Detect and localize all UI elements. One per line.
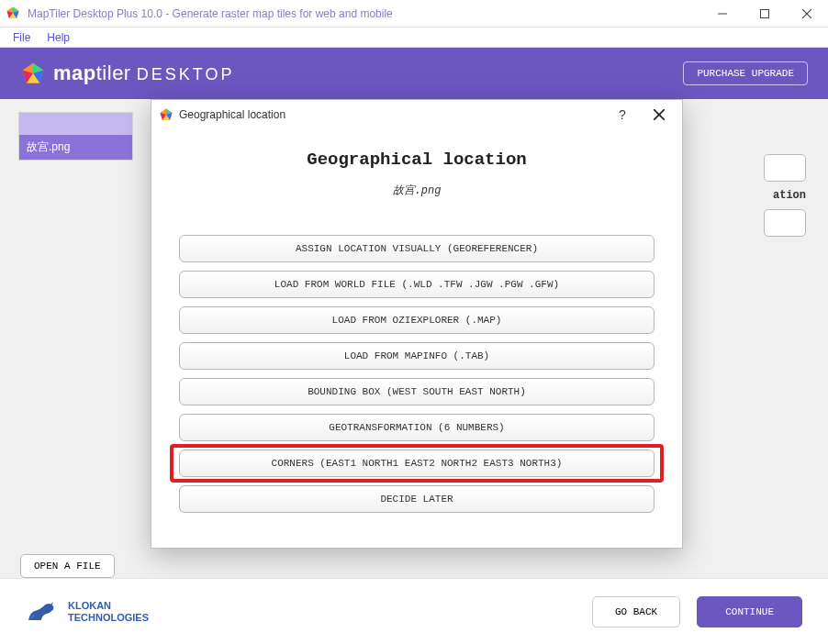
svg-rect-6 — [761, 9, 769, 17]
dialog-help-button[interactable]: ? — [607, 102, 638, 128]
continue-button[interactable]: CONTINUE — [697, 596, 802, 627]
dialog-filename: 故宫.png — [179, 183, 655, 198]
go-back-button[interactable]: GO BACK — [592, 596, 680, 627]
option-bounding-box[interactable]: BOUNDING BOX (WEST SOUTH EAST NORTH) — [179, 378, 655, 405]
window-controls — [701, 0, 828, 28]
hidden-button-fragment[interactable] — [764, 154, 806, 182]
open-a-file-button[interactable]: OPEN A FILE — [20, 554, 115, 578]
klokan-brand: KLOKAN TECHNOLOGIES — [26, 599, 149, 625]
footer-bar: KLOKAN TECHNOLOGIES GO BACK CONTINUE — [0, 578, 828, 644]
app-icon — [6, 6, 22, 22]
option-load-oziexplorer[interactable]: LOAD FROM OZIEXPLORER (.MAP) — [179, 306, 655, 334]
minimize-button[interactable] — [701, 0, 744, 28]
kangaroo-icon — [26, 599, 59, 625]
app-header: maptilerDESKTOP PURCHASE UPGRADE — [0, 48, 828, 99]
menu-bar: File Help — [0, 28, 828, 48]
option-corners[interactable]: CORNERS (EAST1 NORTH1 EAST2 NORTH2 EAST3… — [179, 450, 655, 477]
option-load-world-file[interactable]: LOAD FROM WORLD FILE (.WLD .TFW .JGW .PG… — [179, 271, 655, 298]
klokan-line2: TECHNOLOGIES — [68, 612, 149, 623]
maximize-button[interactable] — [744, 0, 786, 28]
klokan-line1: KLOKAN — [68, 600, 149, 611]
dialog-title: Geographical location — [179, 108, 601, 121]
partially-hidden-panel: ation — [668, 154, 806, 237]
option-geotransformation[interactable]: GEOTRANSFORMATION (6 NUMBERS) — [179, 414, 655, 441]
file-list: 故宫.png — [18, 112, 133, 161]
close-button[interactable] — [786, 0, 828, 28]
file-list-header — [19, 113, 132, 135]
maptiler-logo-icon — [20, 61, 46, 86]
dialog-titlebar: Geographical location ? — [151, 100, 682, 129]
geographical-location-dialog: Geographical location ? Geographical loc… — [151, 99, 683, 549]
dialog-heading: Geographical location — [179, 150, 655, 170]
hidden-button-fragment[interactable] — [764, 209, 806, 237]
dialog-icon — [159, 107, 173, 122]
menu-help[interactable]: Help — [39, 29, 77, 46]
option-decide-later[interactable]: DECIDE LATER — [179, 485, 655, 513]
brand-text: maptilerDESKTOP — [53, 61, 234, 85]
dialog-close-button[interactable] — [643, 102, 675, 128]
option-load-mapinfo[interactable]: LOAD FROM MAPINFO (.TAB) — [179, 342, 655, 370]
dialog-body: Geographical location 故宫.png ASSIGN LOCA… — [151, 129, 682, 522]
purchase-upgrade-button[interactable]: PURCHASE UPGRADE — [683, 61, 808, 85]
dialog-option-list: ASSIGN LOCATION VISUALLY (GEOREFERENCER)… — [179, 235, 655, 513]
brand-logo: maptilerDESKTOP — [20, 61, 234, 86]
file-list-item[interactable]: 故宫.png — [19, 135, 132, 160]
window-titlebar: MapTiler Desktop Plus 10.0 - Generate ra… — [0, 0, 828, 28]
hidden-text-fragment: ation — [668, 189, 806, 202]
footer-actions: GO BACK CONTINUE — [592, 596, 802, 627]
menu-file[interactable]: File — [6, 29, 38, 46]
window-title: MapTiler Desktop Plus 10.0 - Generate ra… — [28, 7, 701, 20]
option-assign-visually[interactable]: ASSIGN LOCATION VISUALLY (GEOREFERENCER) — [179, 235, 655, 262]
option-corners-highlighted-wrapper: CORNERS (EAST1 NORTH1 EAST2 NORTH2 EAST3… — [179, 450, 655, 477]
